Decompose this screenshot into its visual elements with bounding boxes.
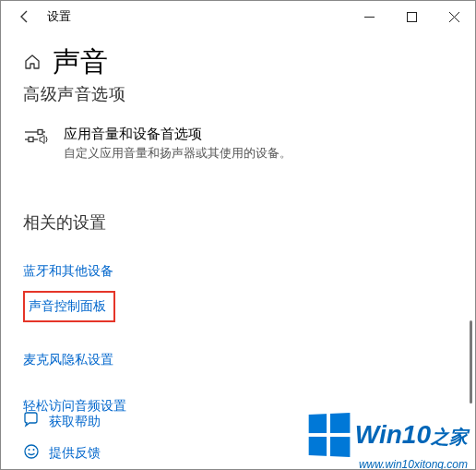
watermark-url: www.win10xitong.com xyxy=(307,458,468,470)
link-sound-control-panel[interactable]: 声音控制面板 xyxy=(29,298,106,315)
app-volume-option[interactable]: 应用音量和设备首选项 自定义应用音量和扬声器或其使用的设备。 xyxy=(23,126,453,162)
page-title: 声音 xyxy=(53,43,108,81)
feedback-icon xyxy=(23,443,40,464)
svg-point-10 xyxy=(33,449,35,451)
app-volume-title: 应用音量和设备首选项 xyxy=(64,126,292,143)
link-bluetooth-devices[interactable]: 蓝牙和其他设备 xyxy=(23,263,113,280)
home-icon[interactable] xyxy=(23,53,42,76)
watermark: Win10之家 www.win10xitong.com xyxy=(307,414,468,470)
related-settings-heading: 相关的设置 xyxy=(23,211,453,234)
minimize-button[interactable] xyxy=(348,1,390,32)
app-volume-description: 自定义应用音量和扬声器或其使用的设备。 xyxy=(64,145,292,162)
link-give-feedback[interactable]: 提供反馈 xyxy=(49,445,101,462)
link-mic-privacy[interactable]: 麦克风隐私设置 xyxy=(23,352,113,368)
help-icon xyxy=(23,412,40,432)
svg-rect-1 xyxy=(407,12,416,21)
highlight-annotation: 声音控制面板 xyxy=(23,291,115,322)
back-button[interactable] xyxy=(6,1,43,32)
section-advanced-sound: 高级声音选项 xyxy=(23,83,453,105)
watermark-brand-suffix: 之家 xyxy=(431,427,468,447)
windows-logo-icon xyxy=(308,413,350,457)
watermark-brand: Win10 xyxy=(355,420,431,449)
svg-point-9 xyxy=(29,449,30,451)
volume-settings-icon xyxy=(23,127,49,154)
close-button[interactable] xyxy=(433,1,475,32)
svg-rect-7 xyxy=(29,138,33,142)
svg-point-8 xyxy=(25,445,38,458)
svg-rect-5 xyxy=(38,130,42,135)
scrollbar-thumb[interactable] xyxy=(470,320,472,404)
link-get-help[interactable]: 获取帮助 xyxy=(49,414,101,430)
window-title: 设置 xyxy=(47,8,71,25)
maximize-button[interactable] xyxy=(390,1,433,32)
